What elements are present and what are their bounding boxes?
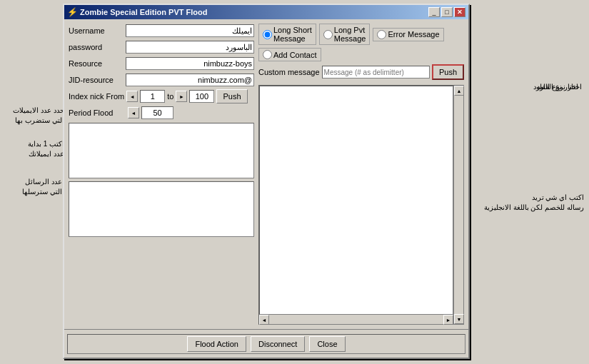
minimize-button[interactable]: _ (428, 7, 440, 17)
index-from-decrement[interactable] (126, 91, 138, 102)
password-input[interactable] (126, 41, 254, 54)
jid-label: JID-resource (69, 76, 126, 84)
period-decrement[interactable] (128, 107, 139, 118)
left-textboxes (69, 123, 254, 237)
password-label: password (69, 43, 126, 51)
left-textbox-2 (69, 181, 254, 237)
app-icon: ⚡ (67, 7, 77, 17)
password-row: password (69, 40, 254, 54)
username-row: Username (69, 24, 254, 38)
custom-msg-label: Custom message (258, 68, 320, 76)
index-label: Index nick From (69, 92, 124, 101)
custom-msg-input[interactable] (322, 66, 430, 79)
custom-push-button[interactable]: Push (432, 64, 464, 80)
close-button[interactable]: Close (309, 336, 345, 352)
username-input[interactable] (126, 24, 254, 37)
left-textarea-2[interactable] (69, 182, 253, 236)
index-to-increment[interactable] (176, 91, 187, 102)
titlebar: ⚡ Zombie Special Edition PVT Flood _ □ ✕ (64, 5, 468, 19)
scroll-track (454, 96, 463, 314)
left-textarea-1[interactable] (69, 123, 253, 178)
radio-group: Long ShortMessage Long PvtMessage Error … (258, 24, 464, 61)
content-area: Username password Resource JID-resource (64, 19, 468, 329)
scroll-right-btn[interactable]: ► (443, 315, 453, 325)
annot-flood-type-text: اختار نوع الفلود (471, 82, 582, 92)
period-label: Period Flood (69, 108, 126, 117)
resource-label: Resource (69, 59, 126, 68)
statusbar: Flood Action Disconnect Close (64, 329, 468, 358)
index-row: Index nick From to Push (69, 89, 254, 103)
radio-add-contact-label: Add Contact (273, 51, 317, 59)
radio-long-pvt-input[interactable] (323, 30, 333, 39)
left-textbox-1 (69, 123, 254, 178)
annot-msgcount-text: عدد الرسائلالتي سترسلها (4, 177, 62, 197)
resource-input[interactable] (126, 57, 254, 70)
flood-action-button[interactable]: Flood Action (187, 336, 246, 352)
index-push-button[interactable]: Push (216, 89, 247, 103)
annot-email-count-text: حدد عدد الايميلاتالتي ستضرب بها (4, 106, 64, 126)
radio-long-short[interactable]: Long ShortMessage (258, 24, 316, 45)
radio-error[interactable]: Error Message (373, 28, 443, 41)
period-input[interactable] (141, 106, 173, 119)
scroll-left-btn[interactable]: ◄ (259, 315, 269, 325)
resource-row: Resource (69, 56, 254, 71)
custom-message-row: Custom message Push (258, 64, 464, 80)
jid-row: JID-resource (69, 73, 254, 87)
hscroll-track (269, 315, 443, 324)
annot-message-text: اكتب اي شي تريدرساله للخصم لكن باللغة ال… (471, 193, 584, 213)
period-row: Period Flood (69, 106, 254, 120)
right-panel: Long ShortMessage Long PvtMessage Error … (258, 24, 464, 325)
radio-long-pvt-label: Long PvtMessage (334, 26, 366, 43)
right-textarea-container: ▲ ▼ ◄ ► (258, 85, 464, 325)
window-title: Zombie Special Edition PVT Flood (80, 8, 428, 16)
radio-add-contact[interactable]: Add Contact (258, 48, 321, 61)
titlebar-buttons: _ □ ✕ (428, 7, 465, 17)
scroll-down-btn[interactable]: ▼ (454, 314, 464, 324)
jid-input[interactable] (126, 74, 254, 86)
form-area: Username password Resource JID-resource (69, 24, 464, 325)
index-from-input[interactable] (140, 90, 165, 103)
close-window-button[interactable]: ✕ (454, 7, 465, 17)
radio-long-short-label: Long ShortMessage (273, 26, 312, 43)
disconnect-button[interactable]: Disconnect (251, 336, 305, 352)
radio-long-short-input[interactable] (263, 30, 272, 39)
scroll-up-btn[interactable]: ▲ (454, 86, 464, 96)
radio-long-pvt[interactable]: Long PvtMessage (319, 24, 371, 45)
radio-add-contact-input[interactable] (263, 50, 272, 59)
radio-error-label: Error Message (388, 30, 439, 39)
left-panel: Username password Resource JID-resource (69, 24, 254, 325)
status-inner: Flood Action Disconnect Close (67, 334, 465, 354)
index-to-input[interactable] (189, 90, 214, 103)
main-window: ⚡ Zombie Special Edition PVT Flood _ □ ✕… (63, 4, 470, 359)
annot-start-text: اكتب 1 بدايةعدد ايميلاتك (4, 139, 64, 159)
maximize-button[interactable]: □ (441, 7, 453, 17)
right-hscrollbar: ◄ ► (259, 314, 453, 324)
right-scrollbar: ▲ ▼ (453, 86, 463, 324)
radio-error-input[interactable] (377, 30, 386, 39)
right-textarea[interactable] (259, 86, 453, 324)
username-label: Username (69, 26, 126, 35)
index-to-label: to (167, 92, 173, 101)
